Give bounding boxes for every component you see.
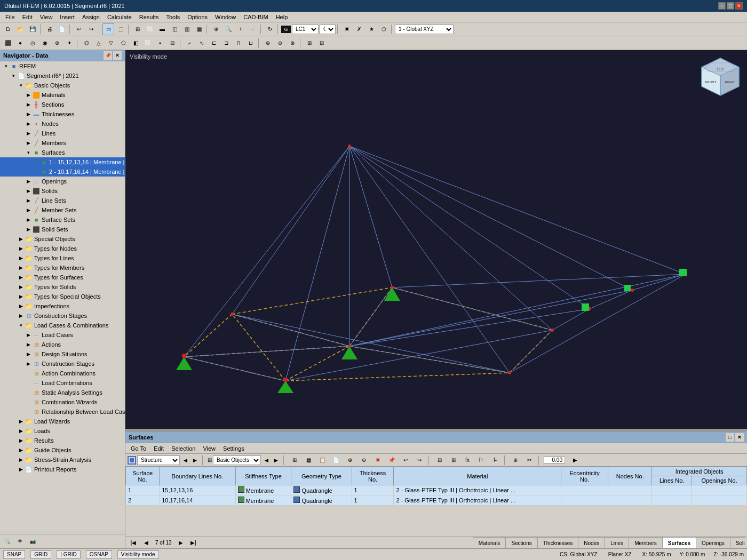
tree-item-segment[interactable]: ▾ 📄 Segment.rf6* | 2021 — [0, 71, 125, 81]
tree-item-guide-objects[interactable]: ▶ 📁 Guide Objects — [0, 445, 125, 455]
tb-b5[interactable]: ▥ — [181, 23, 193, 35]
surfaces-expand[interactable]: □ — [726, 433, 734, 442]
menu-help[interactable]: Help — [273, 13, 291, 21]
tree-item-sections[interactable]: ▶ ╫ Sections — [0, 100, 125, 109]
tree-item-stress-strain[interactable]: ▶ 📁 Stress-Strain Analysis — [0, 455, 125, 465]
expand-imperfections[interactable]: ▶ — [17, 302, 25, 310]
tb-zoom-win[interactable]: 🔍 — [222, 23, 234, 35]
menu-file[interactable]: File — [2, 13, 18, 21]
expand-sections[interactable]: ▶ — [25, 101, 32, 108]
tb2-b25[interactable]: ⊟ — [316, 37, 328, 49]
tb-redo[interactable]: ↪ — [85, 23, 97, 35]
tree-item-static-analysis[interactable]: ⊞ Static Analysis Settings — [0, 388, 125, 397]
tab-members[interactable]: Members — [629, 537, 663, 548]
expand-constr-stages[interactable]: ▶ — [17, 312, 25, 319]
tb2-b16[interactable]: ∿ — [196, 37, 208, 49]
tree-item-line-sets[interactable]: ▶ ╱ Line Sets — [0, 196, 125, 205]
expand-nodes[interactable]: ▶ — [25, 120, 32, 127]
filter-back[interactable]: ◀ — [181, 456, 189, 465]
surf-tb-fx2[interactable]: f+ — [475, 454, 487, 466]
expand-printout[interactable]: ▶ — [17, 466, 25, 473]
expand-load-comb[interactable]: ▾ — [17, 322, 25, 329]
tb2-b7[interactable]: ⌬ — [81, 37, 92, 49]
surf-number-field[interactable]: 0.00 — [544, 457, 565, 463]
expand-load-wizards[interactable]: ▶ — [17, 418, 25, 425]
expand-types-surfaces[interactable]: ▶ — [17, 274, 25, 281]
tb-zoom-all[interactable]: ⊕ — [210, 23, 222, 35]
tree-item-rfem[interactable]: ▾ ■ RFEM — [0, 61, 125, 71]
maximize-button[interactable]: □ — [727, 2, 734, 10]
surf-tb-b12[interactable]: ⊞ — [448, 454, 459, 466]
expand-surfaces[interactable]: ▾ — [25, 149, 32, 156]
surf-menu-settings[interactable]: Settings — [220, 445, 248, 452]
surf-tb-b10[interactable]: ↪ — [414, 454, 425, 466]
tb-x1[interactable]: ✖ — [341, 23, 353, 35]
tree-item-surface2[interactable]: ■ 2 - 10,17,16,14 | Membrane | C — [0, 167, 125, 177]
tb-save[interactable]: 💾 — [27, 23, 38, 35]
tree-item-surface-sets[interactable]: ▶ ■ Surface Sets — [0, 215, 125, 225]
tb2-b19[interactable]: ⊓ — [233, 37, 244, 49]
tb2-b6[interactable]: ✦ — [63, 37, 75, 49]
lc-selector[interactable]: LC1 — [292, 25, 319, 34]
tree-item-construction-stages[interactable]: ▶ ⊞ Construction Stages — [0, 311, 125, 321]
status-visibility[interactable]: Visibility mode — [117, 550, 159, 559]
tree-item-lines[interactable]: ▶ ╱ Lines — [0, 129, 125, 138]
tb2-b9[interactable]: ▽ — [105, 37, 117, 49]
tree-item-actions[interactable]: ▶ ⊞ Actions — [0, 340, 125, 349]
menu-window[interactable]: Window — [212, 13, 239, 21]
tb2-b8[interactable]: △ — [93, 37, 105, 49]
tb-select-rect[interactable]: ▭ — [102, 23, 114, 35]
tb2-b23[interactable]: ⊗ — [287, 37, 298, 49]
orientation-cube[interactable]: TOP RIGHT FRONT — [699, 55, 742, 98]
tb-print[interactable]: 🖨 — [44, 23, 55, 35]
filter-fwd[interactable]: ▶ — [190, 456, 199, 465]
expand-stress[interactable]: ▶ — [17, 456, 25, 463]
surf-tb-b9[interactable]: ↩ — [400, 454, 411, 466]
nav-first[interactable]: |◀ — [128, 537, 139, 549]
tree-item-combo-wizards[interactable]: ⊞ Combination Wizards — [0, 397, 125, 407]
expand-segment[interactable]: ▾ — [10, 72, 17, 79]
tree-item-surfaces[interactable]: ▾ ■ Surfaces — [0, 148, 125, 157]
expand-loads[interactable]: ▶ — [17, 427, 25, 435]
tree-item-basic-objects[interactable]: ▾ 📁 Basic Objects — [0, 81, 125, 90]
expand-basic[interactable]: ▾ — [17, 82, 25, 89]
tb-new[interactable]: 🗋 — [2, 23, 14, 35]
expand-cs2[interactable]: ▶ — [25, 360, 32, 367]
menu-tools[interactable]: Tools — [163, 13, 183, 21]
tree-item-load-cases-comb[interactable]: ▾ 📁 Load Cases & Combinations — [0, 321, 125, 330]
tab-surfaces[interactable]: Surfaces — [663, 537, 696, 548]
menu-view[interactable]: View — [37, 13, 56, 21]
tb-x2[interactable]: ✗ — [353, 23, 365, 35]
tree-item-members[interactable]: ▶ ╱ Members — [0, 138, 125, 148]
tab-lines[interactable]: Lines — [605, 537, 629, 548]
surf-tb-b2[interactable]: ▦ — [303, 454, 314, 466]
tb2-b14[interactable]: ⊟ — [166, 37, 178, 49]
tab-materials[interactable]: Materials — [473, 537, 506, 548]
menu-results[interactable]: Results — [136, 13, 162, 21]
tree-item-constr-stages2[interactable]: ▶ ⊞ Construction Stages — [0, 359, 125, 369]
tb2-b15[interactable]: ⌿ — [184, 37, 195, 49]
expand-load-cases[interactable]: ▶ — [25, 331, 32, 339]
basic-fwd[interactable]: ▶ — [272, 456, 280, 465]
nav-btn-snap[interactable]: 🔍 — [1, 535, 13, 547]
tree-item-types-members[interactable]: ▶ 📁 Types for Members — [0, 263, 125, 273]
tree-item-surface1[interactable]: ■ 1 - 15,12,13,16 | Membrane | C — [0, 157, 125, 167]
structure-filter[interactable]: Structure — [137, 455, 180, 465]
menu-insert[interactable]: Insert — [57, 13, 78, 21]
tab-thicknesses[interactable]: Thicknesses — [538, 537, 579, 548]
expand-actions[interactable]: ▶ — [25, 341, 32, 348]
surf-menu-selection[interactable]: Selection — [168, 445, 198, 452]
tree-item-types-surfaces[interactable]: ▶ 📁 Types for Surfaces — [0, 273, 125, 282]
tree-item-types-solids[interactable]: ▶ 📁 Types for Solids — [0, 282, 125, 292]
tb2-b11[interactable]: ◧ — [130, 37, 141, 49]
status-grid[interactable]: GRID — [30, 550, 51, 559]
tb-b6[interactable]: ▦ — [193, 23, 205, 35]
tb-select-cross[interactable]: ⬚ — [115, 23, 126, 35]
expand-solidsets[interactable]: ▶ — [25, 226, 32, 233]
tab-solids[interactable]: Solids — [730, 537, 745, 548]
tab-openings[interactable]: Openings — [696, 537, 730, 548]
tree-item-printout[interactable]: ▶ 📄 Printout Reports — [0, 465, 125, 474]
expand-types-nodes[interactable]: ▶ — [17, 245, 25, 252]
tb2-b22[interactable]: ⊖ — [274, 37, 286, 49]
status-lgrid[interactable]: LGRID — [57, 550, 81, 559]
